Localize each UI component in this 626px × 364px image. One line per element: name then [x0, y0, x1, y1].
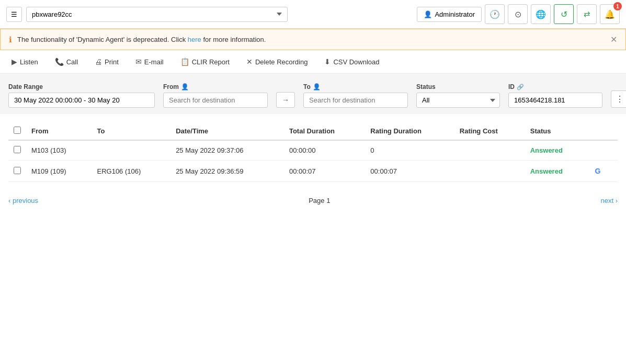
- clir-icon: 📋: [180, 58, 189, 66]
- warning-banner: ℹ The functionality of 'Dynamic Agent' i…: [0, 29, 626, 50]
- table-header: From To Date/Time Total Duration Rating …: [8, 122, 618, 140]
- sync-button[interactable]: ⇄: [577, 4, 597, 24]
- swap-arrow-button[interactable]: →: [276, 92, 295, 108]
- header-datetime: Date/Time: [170, 122, 284, 140]
- row-checkbox[interactable]: [14, 146, 21, 153]
- row-rating-cost: [454, 161, 525, 182]
- row-google-cell: G: [587, 161, 618, 182]
- csv-icon: ⬇: [324, 58, 331, 66]
- row-checkbox-cell: [8, 140, 26, 161]
- row-to: ERG106 (106): [92, 161, 170, 182]
- email-icon: ✉: [135, 58, 142, 66]
- header-status: Status: [525, 122, 587, 140]
- header-to: To: [92, 122, 170, 140]
- help-icon: ⊙: [515, 9, 521, 19]
- row-rating-duration: 0: [365, 140, 454, 161]
- sync-icon: ⇄: [584, 9, 590, 19]
- bell-icon: 🔔: [605, 9, 615, 19]
- warning-link[interactable]: here: [188, 36, 201, 43]
- from-label: From 👤: [163, 83, 268, 90]
- to-input[interactable]: [303, 93, 408, 108]
- listen-icon: ▶: [12, 58, 17, 66]
- refresh-icon: ↺: [561, 9, 567, 19]
- csv-download-button[interactable]: ⬇ CSV Download: [321, 55, 382, 68]
- clock-icon: 🕐: [490, 9, 500, 19]
- globe-icon: 🌐: [536, 9, 546, 19]
- row-status: Answered: [525, 161, 587, 182]
- google-icon: G: [593, 166, 603, 176]
- instance-selector[interactable]: pbxware92cc: [26, 7, 288, 22]
- to-label: To 👤: [303, 83, 408, 90]
- date-range-label: Date Range: [8, 83, 155, 90]
- row-status: Answered: [525, 140, 587, 161]
- delete-icon: ✕: [246, 58, 253, 66]
- row-from: M109 (109): [26, 161, 92, 182]
- delete-recording-button[interactable]: ✕ Delete Recording: [243, 55, 311, 68]
- to-user-icon: 👤: [313, 83, 321, 90]
- clock-button[interactable]: 🕐: [485, 4, 505, 24]
- row-from: M103 (103): [26, 140, 92, 161]
- row-rating-duration: 00:00:07: [365, 161, 454, 182]
- header-rating-duration: Rating Duration: [365, 122, 454, 140]
- from-filter: From 👤: [163, 83, 268, 108]
- header-actions: [587, 122, 618, 140]
- header-total-duration: Total Duration: [284, 122, 365, 140]
- refresh-button[interactable]: ↺: [554, 4, 574, 24]
- kebab-button[interactable]: ⋮: [611, 90, 626, 108]
- to-filter: To 👤: [303, 83, 408, 108]
- notification-badge: 1: [613, 2, 622, 10]
- next-page-button[interactable]: next ›: [600, 197, 618, 204]
- row-checkbox-cell: [8, 161, 26, 182]
- id-input[interactable]: [508, 93, 602, 108]
- filters-row: Date Range From 👤 → To 👤 Status All Answ…: [0, 74, 626, 114]
- row-datetime: 25 May 2022 09:37:06: [170, 140, 284, 161]
- page-indicator: Page 1: [309, 197, 330, 204]
- menu-button[interactable]: ☰: [6, 7, 22, 22]
- email-button[interactable]: ✉ E-mail: [132, 55, 167, 68]
- from-user-icon: 👤: [181, 83, 189, 90]
- date-range-filter: Date Range: [8, 83, 155, 108]
- row-checkbox[interactable]: [14, 167, 21, 174]
- status-select[interactable]: All Answered Unanswered Busy Failed: [416, 93, 500, 108]
- table-container: From To Date/Time Total Duration Rating …: [0, 114, 626, 190]
- from-input[interactable]: [163, 93, 268, 108]
- status-filter: Status All Answered Unanswered Busy Fail…: [416, 83, 500, 108]
- header-rating-cost: Rating Cost: [454, 122, 525, 140]
- table-row: M109 (109) ERG106 (106) 25 May 2022 09:3…: [8, 161, 618, 182]
- globe-button[interactable]: 🌐: [531, 4, 551, 24]
- row-rating-cost: [454, 140, 525, 161]
- table-body: M103 (103) 25 May 2022 09:37:06 00:00:00…: [8, 140, 618, 182]
- top-right-actions: 👤 Administrator 🕐 ⊙ 🌐 ↺ ⇄ 🔔 1: [417, 4, 620, 24]
- calls-table: From To Date/Time Total Duration Rating …: [8, 122, 618, 182]
- pagination: ‹ previous Page 1 next ›: [0, 190, 626, 211]
- filter-actions: ⋮ 🔍: [611, 90, 626, 108]
- row-to: [92, 140, 170, 161]
- warning-close-button[interactable]: ✕: [610, 35, 617, 44]
- row-total-duration: 00:00:00: [284, 140, 365, 161]
- admin-button[interactable]: 👤 Administrator: [417, 7, 482, 22]
- date-range-input[interactable]: [8, 93, 155, 108]
- select-all-checkbox[interactable]: [14, 127, 21, 134]
- user-icon: 👤: [424, 10, 432, 18]
- listen-button[interactable]: ▶ Listen: [8, 55, 41, 68]
- row-action-cell: [587, 140, 618, 161]
- menu-icon: ☰: [11, 10, 17, 18]
- id-link-icon: 🔗: [517, 84, 524, 90]
- notification-button[interactable]: 🔔 1: [600, 4, 620, 24]
- warning-icon: ℹ: [9, 35, 12, 44]
- previous-page-button[interactable]: ‹ previous: [8, 197, 38, 204]
- header-from: From: [26, 122, 92, 140]
- admin-label: Administrator: [435, 10, 475, 18]
- row-total-duration: 00:00:07: [284, 161, 365, 182]
- help-button[interactable]: ⊙: [508, 4, 528, 24]
- print-icon: 🖨: [95, 58, 102, 66]
- table-row: M103 (103) 25 May 2022 09:37:06 00:00:00…: [8, 140, 618, 161]
- warning-text: The functionality of 'Dynamic Agent' is …: [17, 36, 266, 43]
- call-button[interactable]: 📞 Call: [52, 55, 81, 68]
- print-button[interactable]: 🖨 Print: [92, 55, 122, 68]
- id-filter: ID 🔗: [508, 83, 602, 108]
- header-checkbox-cell: [8, 122, 26, 140]
- clir-report-button[interactable]: 📋 CLIR Report: [177, 55, 233, 68]
- top-bar: ☰ pbxware92cc 👤 Administrator 🕐 ⊙ 🌐 ↺ ⇄ …: [0, 0, 626, 29]
- status-label: Status: [416, 83, 500, 90]
